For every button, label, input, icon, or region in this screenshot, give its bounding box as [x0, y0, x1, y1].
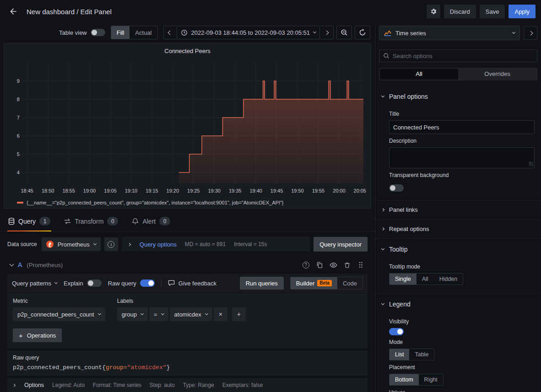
- zoom-out-button[interactable]: [336, 26, 352, 39]
- panel-description-input[interactable]: [389, 147, 535, 168]
- database-icon: [8, 218, 15, 225]
- query-options-link[interactable]: Query options: [140, 241, 177, 248]
- code-option[interactable]: Code: [337, 277, 362, 289]
- options-search-input[interactable]: [393, 53, 533, 59]
- tooltip-all-option[interactable]: All: [417, 274, 434, 285]
- time-range-text: 2022-09-03 18:44:05 to 2022-09-03 20:05:…: [191, 29, 310, 36]
- remove-label-filter-button[interactable]: ×: [214, 307, 227, 321]
- exemplars-setting: Exemplars: false: [222, 382, 263, 388]
- chevron-right-icon: [381, 208, 384, 211]
- table-view-toggle[interactable]: [91, 29, 105, 36]
- label-value-select[interactable]: atomicdex: [170, 307, 212, 321]
- series-color-swatch[interactable]: [17, 202, 23, 204]
- metric-select[interactable]: p2p_connected_peers_count: [13, 307, 105, 321]
- tab-alert[interactable]: Alert 0: [131, 215, 171, 231]
- pane-display-mode-group: Fill Actual: [111, 26, 158, 39]
- run-queries-button[interactable]: Run queries: [240, 277, 284, 290]
- chevron-right-icon: [12, 383, 16, 387]
- label-key-value: group: [122, 311, 137, 318]
- placement-bottom-option[interactable]: Bottom: [390, 374, 419, 385]
- format-setting: Format: Time series: [93, 382, 141, 388]
- panel-title-input[interactable]: [389, 120, 535, 134]
- svg-text:4: 4: [17, 170, 20, 175]
- trash-icon: [344, 262, 351, 268]
- datasource-picker[interactable]: Prometheus: [42, 237, 101, 251]
- fill-option[interactable]: Fill: [111, 26, 130, 39]
- toggle-query-visibility-button[interactable]: [329, 261, 337, 269]
- query-help-button[interactable]: ?: [302, 261, 310, 269]
- label-operator-value: =: [154, 311, 157, 318]
- plus-icon: +: [19, 332, 23, 339]
- legend-table-option[interactable]: Table: [409, 349, 434, 360]
- svg-text:5: 5: [17, 151, 20, 157]
- panel-links-section[interactable]: Panel links: [375, 200, 541, 219]
- apply-button[interactable]: Apply: [509, 5, 536, 18]
- query-patterns-button[interactable]: Query patterns: [12, 280, 57, 287]
- legend-visibility-toggle[interactable]: [389, 328, 404, 335]
- metric-label: Metric: [13, 298, 105, 304]
- builder-option[interactable]: Builder Beta: [291, 277, 337, 289]
- delete-query-button[interactable]: [343, 261, 351, 269]
- time-range-forward-button[interactable]: [320, 26, 334, 39]
- datasource-label: Data source: [7, 241, 37, 247]
- chevron-left-icon: [168, 30, 173, 35]
- collapse-options-pane-button[interactable]: [524, 26, 537, 40]
- tab-transform[interactable]: Transform 0: [63, 215, 119, 231]
- drag-handle[interactable]: [357, 261, 365, 269]
- svg-text:6: 6: [17, 133, 20, 139]
- panel-header-title[interactable]: Connected Peers: [8, 46, 367, 57]
- header: New dashboard / Edit Panel Discard Save …: [0, 0, 541, 23]
- legend-list-option[interactable]: List: [390, 349, 409, 360]
- panel-options-section-header[interactable]: Panel options: [375, 86, 541, 107]
- chevron-down-icon: [512, 30, 515, 33]
- query-collapse-chevron[interactable]: [10, 262, 14, 266]
- tooltip-section-header[interactable]: Tooltip: [375, 238, 541, 260]
- query-ref-id[interactable]: A: [18, 261, 22, 268]
- chevron-down-icon: [93, 242, 97, 245]
- datasource-help-button[interactable]: i: [104, 237, 118, 251]
- visualization-picker[interactable]: Time series: [379, 26, 520, 40]
- query-inspector-button[interactable]: Query inspector: [314, 237, 368, 252]
- time-series-chart[interactable]: 45678918:4518:5018:5519:0019:0519:1019:1…: [8, 57, 367, 199]
- chevron-down-icon: [98, 311, 101, 315]
- labels-label: Labels: [117, 298, 246, 304]
- duplicate-query-button[interactable]: [315, 261, 324, 269]
- panel-settings-button[interactable]: [427, 5, 440, 18]
- give-feedback-button[interactable]: Give feedback: [168, 280, 216, 287]
- label-operator-select[interactable]: =: [149, 307, 168, 321]
- legend-section-header[interactable]: Legend: [375, 293, 541, 315]
- time-range-button[interactable]: 2022-09-03 18:44:05 to 2022-09-03 20:05:…: [177, 26, 320, 39]
- tooltip-hidden-option[interactable]: Hidden: [434, 274, 463, 285]
- svg-text:18:45: 18:45: [21, 188, 33, 193]
- time-range-back-button[interactable]: [163, 26, 177, 39]
- tooltip-mode-label: Tooltip mode: [389, 263, 420, 270]
- label-key-select[interactable]: group: [117, 307, 148, 321]
- back-button[interactable]: [5, 4, 21, 19]
- resize-handle[interactable]: [529, 162, 533, 166]
- raw-query-toggle[interactable]: [140, 279, 155, 287]
- placement-right-option[interactable]: Right: [419, 374, 443, 385]
- explain-toggle[interactable]: [87, 279, 102, 287]
- query-options-footer[interactable]: Options Legend: Auto Format: Time series…: [7, 378, 368, 392]
- chevron-down-icon: [381, 247, 384, 250]
- save-button[interactable]: Save: [480, 5, 505, 18]
- add-operation-button[interactable]: + Operations: [13, 328, 62, 342]
- transparent-background-toggle[interactable]: [389, 184, 404, 192]
- actual-option[interactable]: Actual: [130, 26, 157, 39]
- options-label: Options: [24, 382, 44, 388]
- filter-tab-overrides[interactable]: Overrides: [458, 69, 536, 80]
- filter-tab-all[interactable]: All: [380, 69, 458, 80]
- add-label-filter-button[interactable]: +: [232, 307, 246, 321]
- max-data-points-info: MD = auto = 891: [185, 241, 226, 247]
- discard-button[interactable]: Discard: [444, 5, 476, 18]
- step-setting: Step: auto: [150, 382, 175, 388]
- section-title: Legend: [389, 301, 411, 308]
- legend-mode-label: Mode: [389, 339, 403, 345]
- query-options-bar[interactable]: Query options MD = auto = 891 Interval =…: [122, 237, 310, 252]
- close-icon: ×: [219, 311, 222, 318]
- series-legend-label[interactable]: {__name__="p2p_connected_peers_count", g…: [27, 200, 283, 205]
- repeat-options-section[interactable]: Repeat options: [375, 219, 541, 238]
- tab-query[interactable]: Query 1: [7, 215, 51, 231]
- tooltip-single-option[interactable]: Single: [390, 274, 417, 285]
- refresh-button[interactable]: [355, 26, 370, 39]
